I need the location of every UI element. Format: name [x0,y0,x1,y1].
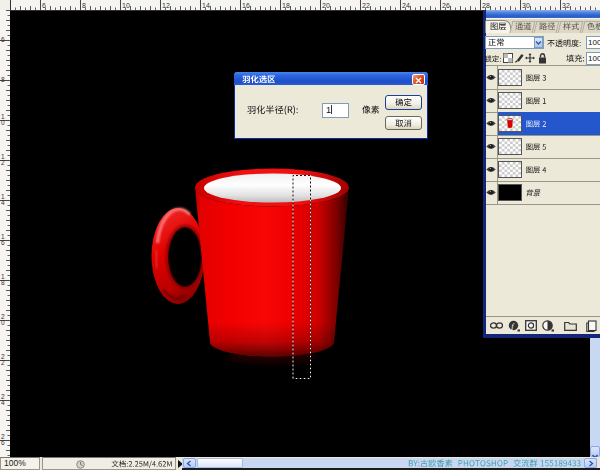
svg-text:2: 2 [1,359,5,366]
svg-text:24: 24 [402,2,410,9]
svg-text:28: 28 [482,2,490,9]
svg-text:4: 4 [1,399,5,406]
svg-text:0: 0 [1,319,5,326]
svg-text:32: 32 [562,2,570,9]
svg-text:8: 8 [1,76,5,83]
svg-text:4: 4 [1,199,5,206]
svg-text:20: 20 [322,2,330,9]
svg-text:8: 8 [82,2,86,9]
svg-text:16: 16 [242,2,250,9]
svg-text:2: 2 [1,159,5,166]
svg-text:0: 0 [1,119,5,126]
svg-text:18: 18 [282,2,290,9]
svg-text:6: 6 [1,439,5,446]
svg-text:30: 30 [522,2,530,9]
svg-text:22: 22 [362,2,370,9]
svg-text:26: 26 [442,2,450,9]
svg-text:6: 6 [1,239,5,246]
svg-text:6: 6 [42,2,46,9]
svg-text:12: 12 [162,2,170,9]
svg-text:8: 8 [1,279,5,286]
svg-text:14: 14 [202,2,210,9]
svg-text:10: 10 [122,2,130,9]
svg-text:6: 6 [1,36,5,43]
